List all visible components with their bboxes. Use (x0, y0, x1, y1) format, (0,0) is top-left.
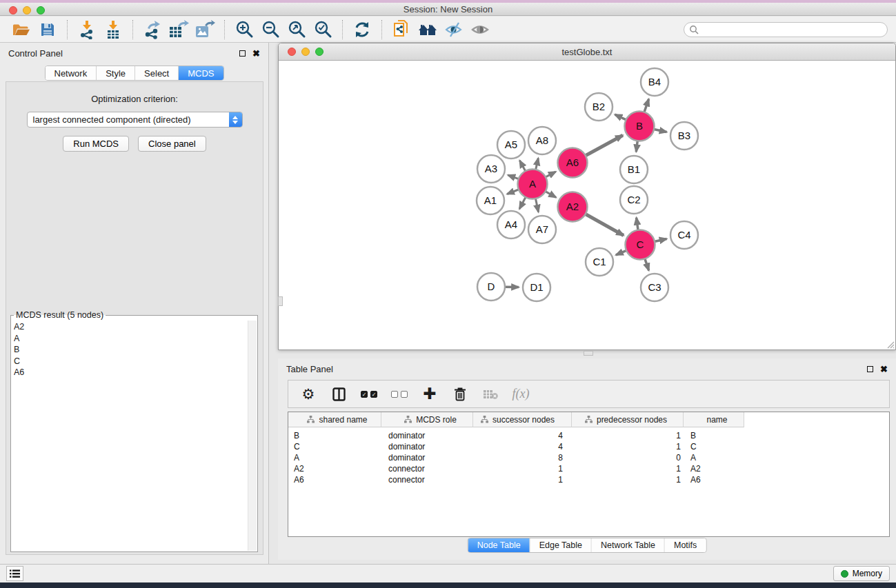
table-cell[interactable]: B (288, 431, 381, 440)
criterion-dropdown[interactable]: largest connected component (directed) (27, 112, 243, 128)
float-panel-icon[interactable] (867, 366, 873, 372)
table-cell[interactable]: dominator (381, 431, 473, 440)
table-cell[interactable]: A6 (684, 475, 744, 485)
table-settings-button[interactable]: ⚙ (297, 384, 320, 405)
zoom-network-window-button[interactable] (315, 48, 323, 56)
hierarchy-icon (481, 416, 488, 423)
function-builder-button[interactable]: f(x) (509, 384, 532, 405)
float-panel-icon[interactable] (239, 50, 246, 57)
deselect-all-button[interactable] (388, 384, 411, 405)
graph-node-label: A4 (505, 219, 517, 230)
close-panel-icon[interactable]: ✖ (252, 49, 260, 58)
mcds-result-item[interactable]: B (14, 344, 246, 356)
save-session-button[interactable] (34, 19, 61, 41)
column-header-shared-name[interactable]: shared name (288, 412, 381, 427)
delete-table-button[interactable] (479, 384, 502, 405)
tab-network[interactable]: Network (45, 66, 97, 80)
minimize-window-button[interactable] (23, 6, 31, 14)
table-row[interactable]: Cdominator41C (288, 441, 889, 452)
tab-motifs[interactable]: Motifs (665, 538, 706, 552)
mcds-result-item[interactable]: A2 (14, 321, 246, 333)
add-column-button[interactable]: ✚ (418, 384, 441, 405)
minimize-network-window-button[interactable] (301, 48, 310, 56)
select-all-icon: ✓✓ (361, 391, 377, 398)
zoom-selected-button[interactable] (310, 19, 336, 41)
table-cell[interactable]: connector (381, 475, 473, 485)
column-header-name[interactable]: name (684, 412, 744, 427)
import-table-button[interactable] (100, 19, 126, 41)
tab-edge-table[interactable]: Edge Table (530, 538, 592, 552)
hide-graphics-details-button[interactable] (441, 19, 467, 41)
table-cell[interactable]: 1 (572, 475, 684, 485)
memory-button[interactable]: Memory (833, 566, 890, 581)
close-panel-icon[interactable]: ✖ (880, 365, 888, 374)
open-folder-icon (12, 21, 31, 38)
show-graphics-details-button[interactable] (467, 19, 493, 41)
select-all-button[interactable]: ✓✓ (357, 384, 381, 405)
table-cell[interactable]: 1 (572, 442, 684, 452)
table-cell[interactable]: 4 (473, 431, 572, 440)
network-window-titlebar[interactable]: testGlobe.txt (279, 43, 895, 61)
export-table-button[interactable] (166, 19, 192, 41)
column-header-mcds-role[interactable]: MCDS role (381, 412, 473, 427)
table-cell[interactable]: 1 (473, 475, 572, 485)
tab-mcds[interactable]: MCDS (179, 66, 223, 80)
column-header-successor-nodes[interactable]: successor nodes (473, 412, 572, 427)
show-task-history-button[interactable] (6, 566, 23, 581)
table-cell[interactable]: 1 (572, 464, 684, 474)
column-view-button[interactable] (327, 384, 350, 405)
column-header-predecessor-nodes[interactable]: predecessor nodes (572, 412, 684, 427)
tab-select[interactable]: Select (135, 66, 179, 80)
table-cell[interactable]: dominator (381, 442, 473, 452)
table-row[interactable]: Adominator80A (288, 452, 889, 463)
table-cell[interactable]: A6 (288, 475, 381, 485)
table-cell[interactable]: 1 (473, 464, 572, 474)
delete-column-button[interactable] (448, 384, 472, 405)
import-network-button[interactable] (74, 19, 100, 41)
table-row[interactable]: A2connector11A2 (288, 463, 889, 474)
run-mcds-button[interactable]: Run MCDS (63, 136, 129, 152)
divider-handle[interactable] (278, 296, 283, 306)
table-cell[interactable]: 1 (572, 431, 684, 440)
clone-network-button[interactable] (388, 19, 415, 41)
search-box[interactable] (684, 22, 888, 37)
table-cell[interactable]: A (288, 453, 381, 463)
network-canvas[interactable]: B4B2BB3A5A8A6A3B1AA1C2A2A4A7C4CC1C3DD1 (279, 61, 895, 349)
table-cell[interactable]: 4 (473, 442, 572, 452)
table-cell[interactable]: connector (381, 464, 473, 474)
table-cell[interactable]: 0 (572, 453, 684, 463)
tab-network-table[interactable]: Network Table (592, 538, 665, 552)
open-session-button[interactable] (8, 19, 34, 41)
table-cell[interactable]: A2 (288, 464, 381, 474)
close-network-window-button[interactable] (288, 48, 296, 56)
network-view-window: testGlobe.txt B4B2BB3A5A8A6A3B1AA1C2A2A4… (278, 43, 896, 350)
table-cell[interactable]: C (684, 442, 744, 452)
mcds-result-item[interactable]: A (14, 333, 246, 345)
resize-grip-icon[interactable] (885, 339, 895, 349)
table-cell[interactable]: A (684, 453, 744, 463)
table-cell[interactable]: B (684, 431, 744, 440)
close-panel-button[interactable]: Close panel (138, 136, 206, 152)
table-cell[interactable]: A2 (684, 464, 744, 474)
tab-node-table[interactable]: Node Table (468, 538, 530, 552)
table-cell[interactable]: 8 (473, 453, 572, 463)
mcds-result-item[interactable]: C (14, 356, 246, 367)
refresh-layout-button[interactable] (349, 19, 375, 41)
table-cell[interactable]: C (288, 442, 381, 452)
export-image-button[interactable] (192, 19, 218, 41)
zoom-in-button[interactable] (231, 19, 257, 41)
result-scrollbar[interactable] (248, 321, 257, 551)
search-input[interactable] (701, 25, 882, 34)
divider-handle[interactable] (584, 351, 593, 356)
close-window-button[interactable] (9, 6, 17, 14)
home-button[interactable] (415, 19, 441, 41)
export-network-button[interactable] (139, 19, 166, 41)
zoom-fit-button[interactable] (283, 19, 310, 41)
zoom-out-button[interactable] (257, 19, 283, 41)
table-cell[interactable]: dominator (381, 453, 473, 463)
table-row[interactable]: Bdominator41B (288, 430, 889, 441)
zoom-window-button[interactable] (37, 6, 45, 14)
mcds-result-item[interactable]: A6 (14, 367, 246, 378)
tab-style[interactable]: Style (97, 66, 135, 80)
table-row[interactable]: A6connector11A6 (288, 474, 889, 485)
